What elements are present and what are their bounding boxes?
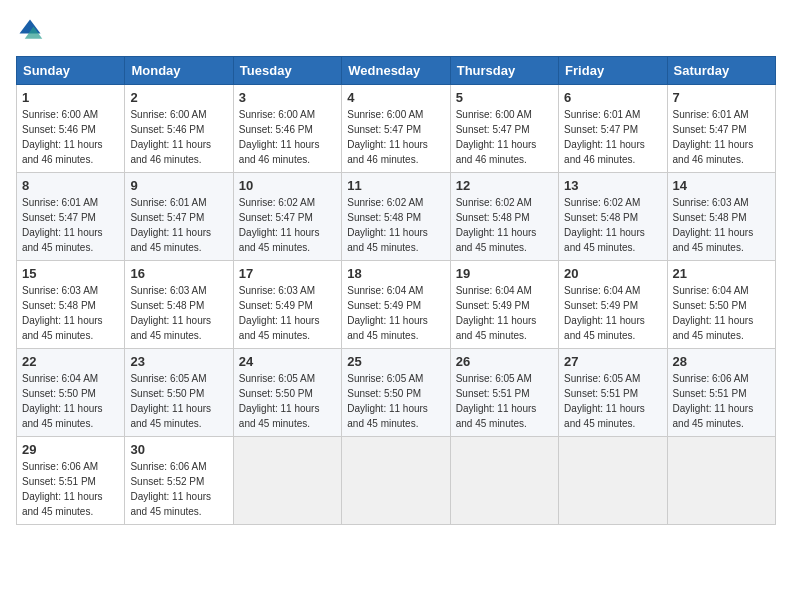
day-info: Sunrise: 6:01 AMSunset: 5:47 PMDaylight:…	[564, 107, 661, 167]
day-info: Sunrise: 6:03 AMSunset: 5:48 PMDaylight:…	[130, 283, 227, 343]
calendar-cell: 4Sunrise: 6:00 AMSunset: 5:47 PMDaylight…	[342, 85, 450, 173]
calendar-cell: 9Sunrise: 6:01 AMSunset: 5:47 PMDaylight…	[125, 173, 233, 261]
day-info: Sunrise: 6:05 AMSunset: 5:50 PMDaylight:…	[239, 371, 336, 431]
day-info: Sunrise: 6:03 AMSunset: 5:48 PMDaylight:…	[22, 283, 119, 343]
day-info: Sunrise: 6:06 AMSunset: 5:52 PMDaylight:…	[130, 459, 227, 519]
day-number: 23	[130, 354, 227, 369]
day-number: 13	[564, 178, 661, 193]
day-info: Sunrise: 6:05 AMSunset: 5:51 PMDaylight:…	[456, 371, 553, 431]
calendar-cell: 8Sunrise: 6:01 AMSunset: 5:47 PMDaylight…	[17, 173, 125, 261]
calendar-cell: 20Sunrise: 6:04 AMSunset: 5:49 PMDayligh…	[559, 261, 667, 349]
calendar-cell: 15Sunrise: 6:03 AMSunset: 5:48 PMDayligh…	[17, 261, 125, 349]
day-info: Sunrise: 6:05 AMSunset: 5:50 PMDaylight:…	[130, 371, 227, 431]
calendar-cell: 13Sunrise: 6:02 AMSunset: 5:48 PMDayligh…	[559, 173, 667, 261]
calendar-cell: 7Sunrise: 6:01 AMSunset: 5:47 PMDaylight…	[667, 85, 775, 173]
day-number: 6	[564, 90, 661, 105]
calendar-week-row: 15Sunrise: 6:03 AMSunset: 5:48 PMDayligh…	[17, 261, 776, 349]
calendar-cell: 25Sunrise: 6:05 AMSunset: 5:50 PMDayligh…	[342, 349, 450, 437]
day-info: Sunrise: 6:04 AMSunset: 5:50 PMDaylight:…	[22, 371, 119, 431]
calendar-header-saturday: Saturday	[667, 57, 775, 85]
day-info: Sunrise: 6:00 AMSunset: 5:46 PMDaylight:…	[130, 107, 227, 167]
calendar-cell: 6Sunrise: 6:01 AMSunset: 5:47 PMDaylight…	[559, 85, 667, 173]
day-number: 4	[347, 90, 444, 105]
day-info: Sunrise: 6:00 AMSunset: 5:46 PMDaylight:…	[22, 107, 119, 167]
calendar-cell: 27Sunrise: 6:05 AMSunset: 5:51 PMDayligh…	[559, 349, 667, 437]
day-number: 30	[130, 442, 227, 457]
day-info: Sunrise: 6:00 AMSunset: 5:47 PMDaylight:…	[456, 107, 553, 167]
calendar-header-tuesday: Tuesday	[233, 57, 341, 85]
day-info: Sunrise: 6:02 AMSunset: 5:48 PMDaylight:…	[456, 195, 553, 255]
calendar-cell: 2Sunrise: 6:00 AMSunset: 5:46 PMDaylight…	[125, 85, 233, 173]
calendar-cell: 12Sunrise: 6:02 AMSunset: 5:48 PMDayligh…	[450, 173, 558, 261]
day-number: 2	[130, 90, 227, 105]
day-number: 5	[456, 90, 553, 105]
calendar-cell: 22Sunrise: 6:04 AMSunset: 5:50 PMDayligh…	[17, 349, 125, 437]
calendar-cell: 11Sunrise: 6:02 AMSunset: 5:48 PMDayligh…	[342, 173, 450, 261]
calendar-cell: 16Sunrise: 6:03 AMSunset: 5:48 PMDayligh…	[125, 261, 233, 349]
calendar-header-sunday: Sunday	[17, 57, 125, 85]
calendar-cell: 18Sunrise: 6:04 AMSunset: 5:49 PMDayligh…	[342, 261, 450, 349]
day-number: 11	[347, 178, 444, 193]
day-number: 7	[673, 90, 770, 105]
calendar-week-row: 22Sunrise: 6:04 AMSunset: 5:50 PMDayligh…	[17, 349, 776, 437]
day-number: 9	[130, 178, 227, 193]
day-number: 22	[22, 354, 119, 369]
calendar-header-wednesday: Wednesday	[342, 57, 450, 85]
page-header	[16, 16, 776, 44]
day-info: Sunrise: 6:02 AMSunset: 5:48 PMDaylight:…	[347, 195, 444, 255]
calendar-cell: 14Sunrise: 6:03 AMSunset: 5:48 PMDayligh…	[667, 173, 775, 261]
day-number: 17	[239, 266, 336, 281]
calendar-cell	[667, 437, 775, 525]
calendar-cell	[559, 437, 667, 525]
day-info: Sunrise: 6:04 AMSunset: 5:49 PMDaylight:…	[564, 283, 661, 343]
day-info: Sunrise: 6:02 AMSunset: 5:48 PMDaylight:…	[564, 195, 661, 255]
day-info: Sunrise: 6:01 AMSunset: 5:47 PMDaylight:…	[22, 195, 119, 255]
day-number: 27	[564, 354, 661, 369]
day-info: Sunrise: 6:06 AMSunset: 5:51 PMDaylight:…	[673, 371, 770, 431]
calendar-cell: 1Sunrise: 6:00 AMSunset: 5:46 PMDaylight…	[17, 85, 125, 173]
calendar-cell: 29Sunrise: 6:06 AMSunset: 5:51 PMDayligh…	[17, 437, 125, 525]
calendar-cell	[450, 437, 558, 525]
calendar-cell: 17Sunrise: 6:03 AMSunset: 5:49 PMDayligh…	[233, 261, 341, 349]
day-number: 12	[456, 178, 553, 193]
calendar-week-row: 29Sunrise: 6:06 AMSunset: 5:51 PMDayligh…	[17, 437, 776, 525]
day-info: Sunrise: 6:04 AMSunset: 5:49 PMDaylight:…	[456, 283, 553, 343]
day-info: Sunrise: 6:02 AMSunset: 5:47 PMDaylight:…	[239, 195, 336, 255]
day-number: 8	[22, 178, 119, 193]
calendar-cell: 3Sunrise: 6:00 AMSunset: 5:46 PMDaylight…	[233, 85, 341, 173]
day-number: 26	[456, 354, 553, 369]
day-number: 20	[564, 266, 661, 281]
day-number: 29	[22, 442, 119, 457]
day-info: Sunrise: 6:06 AMSunset: 5:51 PMDaylight:…	[22, 459, 119, 519]
calendar-header-friday: Friday	[559, 57, 667, 85]
calendar-cell: 10Sunrise: 6:02 AMSunset: 5:47 PMDayligh…	[233, 173, 341, 261]
calendar-cell: 21Sunrise: 6:04 AMSunset: 5:50 PMDayligh…	[667, 261, 775, 349]
calendar-cell: 19Sunrise: 6:04 AMSunset: 5:49 PMDayligh…	[450, 261, 558, 349]
day-info: Sunrise: 6:03 AMSunset: 5:48 PMDaylight:…	[673, 195, 770, 255]
calendar-table: SundayMondayTuesdayWednesdayThursdayFrid…	[16, 56, 776, 525]
calendar-week-row: 8Sunrise: 6:01 AMSunset: 5:47 PMDaylight…	[17, 173, 776, 261]
calendar-header-thursday: Thursday	[450, 57, 558, 85]
day-info: Sunrise: 6:05 AMSunset: 5:51 PMDaylight:…	[564, 371, 661, 431]
day-number: 14	[673, 178, 770, 193]
calendar-cell: 26Sunrise: 6:05 AMSunset: 5:51 PMDayligh…	[450, 349, 558, 437]
day-number: 15	[22, 266, 119, 281]
day-info: Sunrise: 6:00 AMSunset: 5:46 PMDaylight:…	[239, 107, 336, 167]
day-info: Sunrise: 6:03 AMSunset: 5:49 PMDaylight:…	[239, 283, 336, 343]
logo	[16, 16, 48, 44]
calendar-week-row: 1Sunrise: 6:00 AMSunset: 5:46 PMDaylight…	[17, 85, 776, 173]
logo-icon	[16, 16, 44, 44]
day-info: Sunrise: 6:01 AMSunset: 5:47 PMDaylight:…	[130, 195, 227, 255]
calendar-cell	[233, 437, 341, 525]
calendar-header-monday: Monday	[125, 57, 233, 85]
calendar-cell: 30Sunrise: 6:06 AMSunset: 5:52 PMDayligh…	[125, 437, 233, 525]
day-number: 1	[22, 90, 119, 105]
day-number: 3	[239, 90, 336, 105]
day-info: Sunrise: 6:04 AMSunset: 5:50 PMDaylight:…	[673, 283, 770, 343]
day-number: 21	[673, 266, 770, 281]
day-number: 16	[130, 266, 227, 281]
day-number: 24	[239, 354, 336, 369]
calendar-cell	[342, 437, 450, 525]
day-info: Sunrise: 6:05 AMSunset: 5:50 PMDaylight:…	[347, 371, 444, 431]
calendar-cell: 5Sunrise: 6:00 AMSunset: 5:47 PMDaylight…	[450, 85, 558, 173]
